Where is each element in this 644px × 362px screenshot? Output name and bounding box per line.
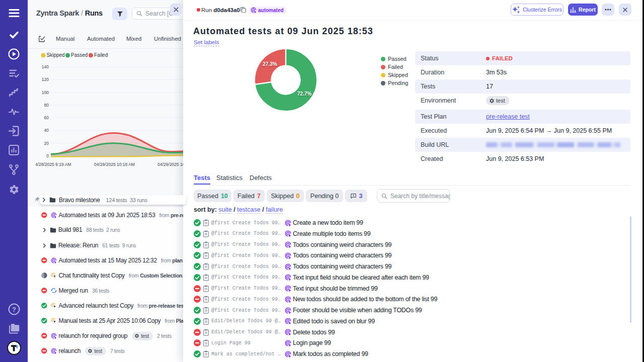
svg-text:27.3%: 27.3% [263, 61, 277, 67]
svg-text:?: ? [12, 306, 16, 313]
svg-text:100: 100 [42, 90, 49, 95]
svg-text:Passed: Passed [71, 52, 88, 58]
svg-text:72.7%: 72.7% [297, 91, 311, 97]
svg-text:60: 60 [44, 115, 49, 120]
svg-text:20: 20 [44, 141, 49, 146]
svg-text:4/28/2025 9:19 AM: 4/28/2025 9:19 AM [35, 162, 71, 167]
svg-text:40: 40 [44, 128, 49, 133]
svg-text:Failed: Failed [94, 52, 108, 58]
svg-text:80: 80 [44, 103, 49, 108]
svg-text:Skipped: Skipped [47, 52, 65, 58]
svg-text:140: 140 [42, 64, 49, 69]
svg-text:0: 0 [46, 153, 49, 158]
svg-text:120: 120 [42, 77, 49, 82]
svg-text:04/29/2025 10:18 AM: 04/29/2025 10:18 AM [94, 162, 135, 167]
